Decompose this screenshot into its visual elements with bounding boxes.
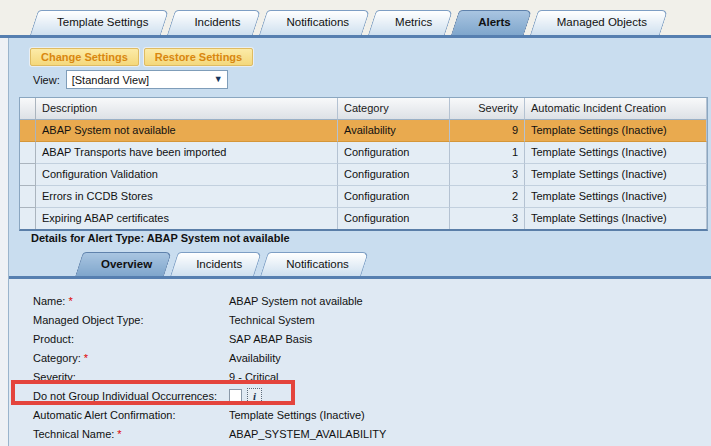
field-category: Category:* Availability bbox=[33, 348, 711, 367]
tab-alerts[interactable]: Alerts bbox=[455, 10, 528, 35]
col-description: Description bbox=[36, 98, 338, 120]
tab-overview[interactable]: Overview bbox=[79, 252, 168, 276]
field-value: Template Settings (Inactive) bbox=[229, 409, 365, 421]
view-dropdown[interactable]: [Standard View] ▼ bbox=[66, 70, 228, 89]
required-marker: * bbox=[68, 295, 72, 307]
col-automatic-incident-creation: Automatic Incident Creation bbox=[525, 98, 707, 120]
selector-header-cell bbox=[20, 98, 36, 120]
table-row[interactable]: Configuration Validation Configuration 3… bbox=[20, 164, 707, 186]
cell-severity: 2 bbox=[450, 186, 525, 208]
field-value: ABAP_SYSTEM_AVAILABILITY bbox=[229, 428, 386, 440]
cell-category: Configuration bbox=[338, 186, 450, 208]
field-label: Product: bbox=[33, 333, 229, 345]
field-label: Category:* bbox=[33, 352, 229, 364]
field-automatic-alert-confirmation: Automatic Alert Confirmation: Template S… bbox=[33, 405, 711, 424]
settings-toolbar: Change Settings Restore Settings bbox=[30, 48, 253, 66]
cell-description: ABAP Transports have been imported bbox=[36, 142, 338, 164]
field-label: Name:* bbox=[33, 295, 229, 307]
alert-type-table: Description Category Severity Automatic … bbox=[19, 97, 708, 231]
do-not-group-checkbox[interactable] bbox=[229, 389, 242, 402]
col-severity: Severity bbox=[450, 98, 525, 120]
cell-automatic-incident-creation: Template Settings (Inactive) bbox=[525, 164, 707, 186]
cell-severity: 3 bbox=[450, 208, 525, 229]
view-selector-row: View: [Standard View] ▼ bbox=[33, 70, 228, 89]
tab-template-settings[interactable]: Template Settings bbox=[34, 10, 165, 35]
alerts-panel: Change Settings Restore Settings View: [… bbox=[8, 38, 711, 446]
cell-description: Expiring ABAP certificates bbox=[36, 208, 338, 229]
table-row[interactable]: Expiring ABAP certificates Configuration… bbox=[20, 208, 707, 229]
row-selector[interactable] bbox=[20, 164, 36, 186]
cell-severity: 1 bbox=[450, 142, 525, 164]
field-value: 9 - Critical bbox=[229, 371, 279, 383]
cell-description: ABAP System not available bbox=[36, 120, 338, 142]
cell-description: Configuration Validation bbox=[36, 164, 338, 186]
main-tab-bar: Template Settings Incidents Notification… bbox=[0, 0, 711, 35]
tab-label: Metrics bbox=[395, 16, 432, 28]
tab-managed-objects[interactable]: Managed Objects bbox=[534, 10, 664, 35]
cell-category: Configuration bbox=[338, 142, 450, 164]
required-marker: * bbox=[84, 352, 88, 364]
tab-label: Managed Objects bbox=[557, 16, 647, 28]
overview-form: Name:* ABAP System not available Managed… bbox=[9, 276, 711, 446]
info-icon[interactable]: i bbox=[247, 388, 262, 403]
cell-description: Errors in CCDB Stores bbox=[36, 186, 338, 208]
required-marker: * bbox=[117, 428, 121, 440]
field-do-not-group-occurrences: Do not Group Individual Occurrences: i bbox=[33, 386, 711, 405]
cell-automatic-incident-creation: Template Settings (Inactive) bbox=[525, 142, 707, 164]
tab-metrics[interactable]: Metrics bbox=[372, 10, 449, 35]
tab-notifications[interactable]: Notifications bbox=[263, 10, 366, 35]
tab-details-notifications[interactable]: Notifications bbox=[264, 252, 365, 276]
field-label: Managed Object Type: bbox=[33, 314, 229, 326]
col-category: Category bbox=[338, 98, 450, 120]
table-row[interactable]: ABAP Transports have been imported Confi… bbox=[20, 142, 707, 164]
tab-label: Template Settings bbox=[57, 16, 148, 28]
field-value: Technical System bbox=[229, 314, 315, 326]
field-managed-object-type: Managed Object Type: Technical System bbox=[33, 310, 711, 329]
restore-settings-button[interactable]: Restore Settings bbox=[144, 48, 253, 66]
tab-label: Notifications bbox=[286, 16, 349, 28]
field-value: ABAP System not available bbox=[229, 295, 363, 307]
tab-label: Alerts bbox=[478, 16, 511, 28]
details-tab-bar: Overview Incidents Notifications bbox=[79, 248, 371, 276]
cell-category: Availability bbox=[338, 120, 450, 142]
field-label: Technical Name:* bbox=[33, 428, 229, 440]
table-row[interactable]: Errors in CCDB Stores Configuration 2 Te… bbox=[20, 186, 707, 208]
view-label: View: bbox=[33, 74, 60, 86]
cell-severity: 9 bbox=[450, 120, 525, 142]
change-settings-button[interactable]: Change Settings bbox=[30, 48, 139, 66]
tab-label: Overview bbox=[101, 258, 152, 270]
row-selector[interactable] bbox=[20, 142, 36, 164]
field-label: Do not Group Individual Occurrences: bbox=[33, 390, 229, 402]
cell-category: Configuration bbox=[338, 164, 450, 186]
field-severity: Severity: 9 - Critical bbox=[33, 367, 711, 386]
tab-incidents[interactable]: Incidents bbox=[171, 10, 257, 35]
tab-label: Incidents bbox=[196, 258, 242, 270]
table-row[interactable]: ABAP System not available Availability 9… bbox=[20, 120, 707, 142]
field-label: Severity: bbox=[33, 371, 229, 383]
cell-automatic-incident-creation: Template Settings (Inactive) bbox=[525, 208, 707, 229]
alert-management-window: Template Settings Incidents Notification… bbox=[0, 0, 711, 446]
table-header-row: Description Category Severity Automatic … bbox=[20, 98, 707, 120]
chevron-down-icon: ▼ bbox=[214, 75, 223, 84]
cell-automatic-incident-creation: Template Settings (Inactive) bbox=[525, 186, 707, 208]
field-label: Automatic Alert Confirmation: bbox=[33, 409, 229, 421]
tab-label: Incidents bbox=[194, 16, 240, 28]
cell-severity: 3 bbox=[450, 164, 525, 186]
tab-details-incidents[interactable]: Incidents bbox=[174, 252, 258, 276]
field-technical-name: Technical Name:* ABAP_SYSTEM_AVAILABILIT… bbox=[33, 424, 711, 443]
cell-category: Configuration bbox=[338, 208, 450, 229]
field-value: Availability bbox=[229, 352, 281, 364]
cell-automatic-incident-creation: Template Settings (Inactive) bbox=[525, 120, 707, 142]
row-selector[interactable] bbox=[20, 186, 36, 208]
field-value: SAP ABAP Basis bbox=[229, 333, 312, 345]
row-selector[interactable] bbox=[20, 120, 36, 142]
details-title: Details for Alert Type: ABAP System not … bbox=[31, 232, 290, 244]
view-dropdown-value: [Standard View] bbox=[72, 74, 149, 86]
row-selector[interactable] bbox=[20, 208, 36, 229]
field-name: Name:* ABAP System not available bbox=[33, 291, 711, 310]
tab-label: Notifications bbox=[286, 258, 349, 270]
field-product: Product: SAP ABAP Basis bbox=[33, 329, 711, 348]
